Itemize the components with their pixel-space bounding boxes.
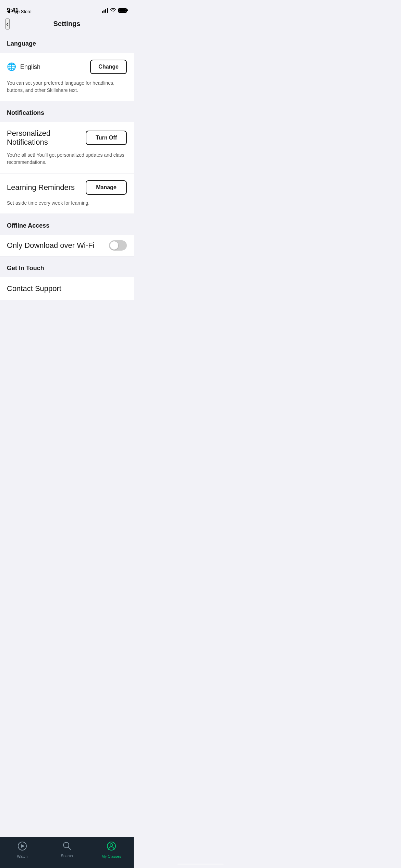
chevron-left-icon: ‹ xyxy=(6,19,9,29)
wifi-only-row: Only Download over Wi-Fi xyxy=(0,235,134,256)
offline-access-section: Offline Access xyxy=(0,214,134,229)
battery-icon xyxy=(118,8,127,13)
page-title: Settings xyxy=(53,20,81,28)
status-indicators xyxy=(102,8,127,13)
language-description: You can set your preferred language for … xyxy=(7,80,127,94)
notifications-section-title: Notifications xyxy=(7,109,127,117)
signal-icon xyxy=(102,8,108,13)
back-arrow-small: ◀ xyxy=(7,9,10,14)
status-bar: 9:41 ◀ App Store xyxy=(0,0,134,17)
notifications-card: Personalized Notifications Turn Off You'… xyxy=(0,122,134,173)
offline-section-title: Offline Access xyxy=(7,222,127,229)
wifi-only-label: Only Download over Wi-Fi xyxy=(7,241,95,250)
contact-support-row[interactable]: Contact Support xyxy=(0,277,134,300)
learning-reminders-row: Learning Reminders Manage xyxy=(7,180,127,195)
language-value: 🌐 English xyxy=(7,62,40,71)
wifi-icon xyxy=(110,8,116,13)
language-card: 🌐 English Change You can set your prefer… xyxy=(0,53,134,101)
personalized-notifications-row: Personalized Notifications Turn Off xyxy=(7,129,127,147)
globe-icon: 🌐 xyxy=(7,62,16,71)
reminders-card: Learning Reminders Manage Set aside time… xyxy=(0,173,134,214)
reminders-label: Learning Reminders xyxy=(7,183,86,192)
turn-off-button[interactable]: Turn Off xyxy=(86,131,127,145)
contact-card: Contact Support xyxy=(0,277,134,300)
toggle-thumb xyxy=(110,241,118,250)
back-button[interactable]: ‹ xyxy=(5,19,10,29)
personalized-description: You're all set! You'll get personalized … xyxy=(7,152,127,166)
get-in-touch-title: Get In Touch xyxy=(7,265,127,272)
notifications-section: Notifications xyxy=(0,101,134,117)
wifi-only-toggle[interactable] xyxy=(109,240,127,251)
reminders-description: Set aside time every week for learning. xyxy=(7,200,127,207)
divider-5 xyxy=(0,300,134,300)
settings-content: Language 🌐 English Change You can set yo… xyxy=(0,33,134,331)
language-row: 🌐 English Change xyxy=(7,60,127,74)
language-section: Language xyxy=(0,33,134,47)
status-app-store: ◀ App Store xyxy=(7,9,32,14)
nav-header: ‹ Settings xyxy=(0,17,134,33)
change-language-button[interactable]: Change xyxy=(90,60,127,74)
offline-card: Only Download over Wi-Fi xyxy=(0,235,134,256)
get-in-touch-section: Get In Touch xyxy=(0,256,134,272)
manage-button[interactable]: Manage xyxy=(86,180,127,195)
personalized-label: Personalized Notifications xyxy=(7,129,86,147)
language-section-title: Language xyxy=(7,40,127,47)
